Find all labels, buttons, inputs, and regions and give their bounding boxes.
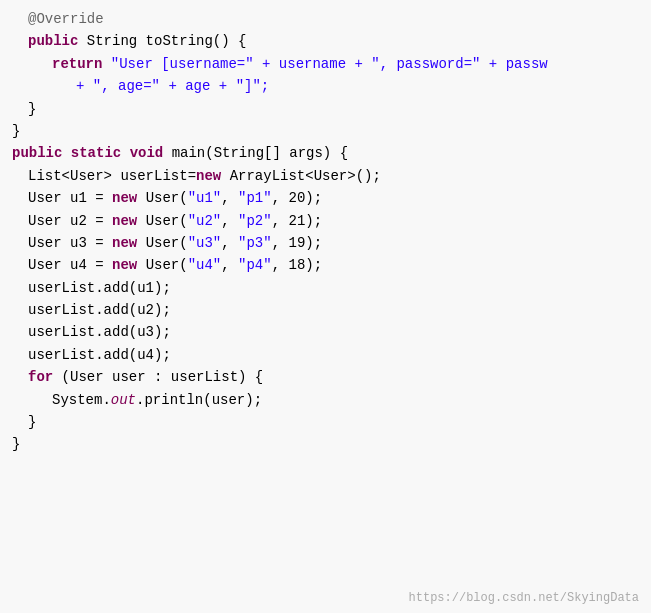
code-token: .println(user);: [136, 389, 262, 411]
code-viewer: @Overridepublic String toString() {retur…: [0, 0, 651, 613]
code-token: new: [112, 210, 146, 232]
code-token: main(String[] args) {: [172, 142, 348, 164]
code-token: new: [112, 254, 146, 276]
code-token: public: [28, 30, 87, 52]
code-token: ,: [221, 187, 238, 209]
code-line: List<User> userList=new ArrayList<User>(…: [0, 165, 651, 187]
code-line: userList.add(u2);: [0, 299, 651, 321]
code-line: @Override: [0, 8, 651, 30]
code-line: User u1 = new User("u1", "p1", 20);: [0, 187, 651, 209]
code-token: @Override: [28, 8, 104, 30]
code-token: for: [28, 366, 62, 388]
code-token: }: [28, 411, 36, 433]
code-token: }: [28, 98, 36, 120]
code-token: User(: [146, 210, 188, 232]
code-line: for (User user : userList) {: [0, 366, 651, 388]
code-line: }: [0, 120, 651, 142]
code-token: "u4": [188, 254, 222, 276]
code-token: "p4": [238, 254, 272, 276]
code-token: "u1": [188, 187, 222, 209]
code-token: , 19);: [272, 232, 322, 254]
code-token: String toString() {: [87, 30, 247, 52]
code-token: List<User> userList=: [28, 165, 196, 187]
code-line: + ", age=" + age + "]";: [0, 75, 651, 97]
code-token: ,: [221, 210, 238, 232]
code-token: new: [112, 187, 146, 209]
code-line: User u4 = new User("u4", "p4", 18);: [0, 254, 651, 276]
code-token: "u3": [188, 232, 222, 254]
code-token: "p3": [238, 232, 272, 254]
code-token: userList.add(u3);: [28, 321, 171, 343]
code-token: "u2": [188, 210, 222, 232]
code-token: static: [71, 142, 130, 164]
code-token: public: [12, 142, 71, 164]
code-token: new: [112, 232, 146, 254]
code-token: return: [52, 53, 111, 75]
code-token: User(: [146, 254, 188, 276]
code-token: User u4 =: [28, 254, 112, 276]
code-line: }: [0, 433, 651, 455]
code-token: "p1": [238, 187, 272, 209]
code-token: User u3 =: [28, 232, 112, 254]
code-line: }: [0, 411, 651, 433]
code-line: public String toString() {: [0, 30, 651, 52]
code-line: User u3 = new User("u3", "p3", 19);: [0, 232, 651, 254]
code-token: , 20);: [272, 187, 322, 209]
code-line: }: [0, 98, 651, 120]
code-line: userList.add(u1);: [0, 277, 651, 299]
code-token: ,: [221, 254, 238, 276]
code-line: return "User [username=" + username + ",…: [0, 53, 651, 75]
code-token: "p2": [238, 210, 272, 232]
code-token: userList.add(u2);: [28, 299, 171, 321]
code-token: User(: [146, 232, 188, 254]
code-token: User u2 =: [28, 210, 112, 232]
code-token: ArrayList<User>();: [230, 165, 381, 187]
code-token: userList.add(u1);: [28, 277, 171, 299]
code-token: System.: [52, 389, 111, 411]
code-line: userList.add(u3);: [0, 321, 651, 343]
code-line: public static void main(String[] args) {: [0, 142, 651, 164]
watermark-link: https://blog.csdn.net/SkyingData: [409, 591, 639, 605]
code-line: User u2 = new User("u2", "p2", 21);: [0, 210, 651, 232]
code-line: userList.add(u4);: [0, 344, 651, 366]
code-token: userList.add(u4);: [28, 344, 171, 366]
code-token: ,: [221, 232, 238, 254]
code-token: new: [196, 165, 230, 187]
code-token: , 18);: [272, 254, 322, 276]
code-token: "User [username=" + username + ", passwo…: [111, 53, 548, 75]
code-token: out: [111, 389, 136, 411]
code-token: }: [12, 433, 20, 455]
code-token: void: [130, 142, 172, 164]
code-token: , 21);: [272, 210, 322, 232]
code-token: }: [12, 120, 20, 142]
code-token: User u1 =: [28, 187, 112, 209]
code-line: System.out.println(user);: [0, 389, 651, 411]
code-token: User(: [146, 187, 188, 209]
code-token: + ", age=" + age + "]";: [76, 75, 269, 97]
code-token: (User user : userList) {: [62, 366, 264, 388]
